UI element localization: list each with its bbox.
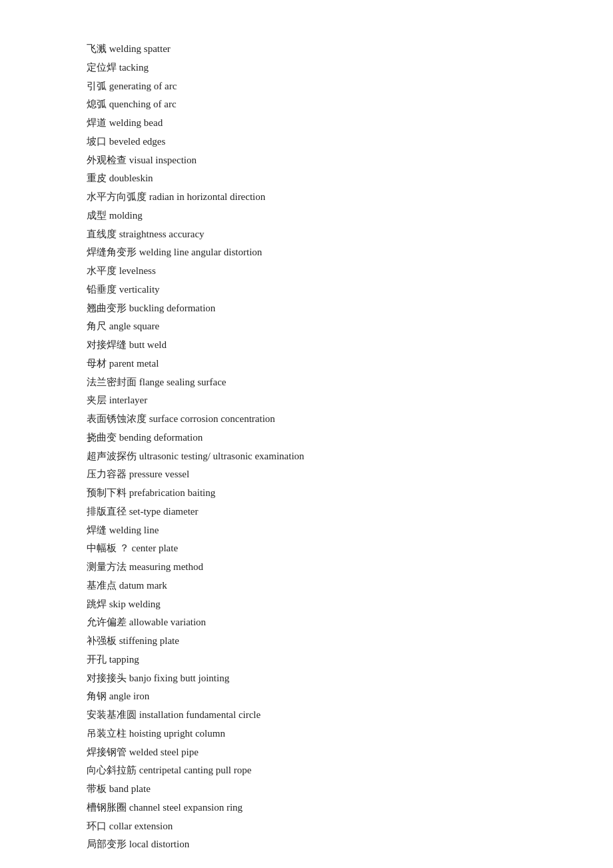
term-chinese: 槽钢胀圈 [87, 802, 127, 813]
list-item: 表面锈蚀浓度 surface corrosion concentration [87, 410, 526, 429]
term-chinese: 焊缝 [87, 525, 107, 535]
list-item: 水平方向弧度 radian in horizontal direction [87, 188, 526, 207]
term-english: pressure vessel [129, 469, 189, 479]
term-chinese: 压力容器 [87, 469, 127, 479]
term-english: welding line [109, 525, 159, 535]
list-item: 基准点 datum mark [87, 577, 526, 595]
term-english: hoisting upright column [129, 728, 225, 739]
term-chinese: 测量方法 [87, 561, 127, 572]
list-item: 开孔 tapping [87, 651, 526, 669]
term-english: tapping [109, 654, 139, 665]
list-item: 补强板 stiffening plate [87, 632, 526, 651]
list-item: 焊缝 welding line [87, 521, 526, 540]
list-item: 引弧 generating of arc [87, 77, 526, 96]
list-item: 测量方法 measuring method [87, 558, 526, 577]
list-item: 重皮 doubleskin [87, 169, 526, 188]
term-english: beveled edges [109, 136, 166, 147]
list-item: 槽钢胀圈 channel steel expansion ring [87, 799, 526, 817]
term-english: verticality [119, 284, 160, 295]
term-english: centripetal canting pull rope [139, 765, 252, 775]
list-item: 安装基准圆 installation fundamental circle [87, 706, 526, 725]
term-chinese: 焊接钢管 [87, 747, 127, 757]
term-english: buckling deformation [129, 303, 216, 313]
term-chinese: 局部变形 [87, 839, 127, 849]
term-english: collar extension [109, 821, 173, 831]
term-english: stiffening plate [119, 635, 179, 646]
list-item: 铅垂度 verticality [87, 281, 526, 299]
term-chinese: 超声波探伤 [87, 451, 137, 461]
term-chinese: 基准点 [87, 580, 117, 591]
list-item: 跳焊 skip welding [87, 595, 526, 614]
list-item: 向心斜拉筋 centripetal canting pull rope [87, 761, 526, 780]
term-english: flange sealing surface [139, 377, 227, 387]
list-item: 允许偏差 allowable variation [87, 613, 526, 632]
term-english: local distortion [129, 839, 189, 849]
list-item: 吊装立柱 hoisting upright column [87, 725, 526, 743]
list-item: 熄弧 quenching of arc [87, 95, 526, 114]
list-item: 中幅板 ？ center plate [87, 539, 526, 558]
list-item: 焊缝角变形 welding line angular distortion [87, 243, 526, 262]
term-chinese: 法兰密封面 [87, 377, 137, 387]
term-english: allowable variation [129, 617, 206, 627]
term-english: tacking [119, 62, 149, 73]
term-chinese: 对接焊缝 [87, 339, 127, 350]
term-english: butt weld [129, 339, 167, 350]
term-chinese: 铅垂度 [87, 284, 117, 295]
term-english: straightness accuracy [119, 229, 205, 239]
list-item: 排版直径 set-type diameter [87, 503, 526, 521]
term-chinese: 排版直径 [87, 506, 127, 517]
list-item: 角钢 angle iron [87, 687, 526, 706]
term-english: generating of arc [109, 81, 177, 91]
term-chinese: 飞溅 [87, 43, 107, 54]
term-chinese: 直线度 [87, 229, 117, 239]
term-english: center plate [132, 543, 179, 553]
term-english: welding line angular distortion [139, 247, 263, 257]
list-item: 压力容器 pressure vessel [87, 465, 526, 484]
term-chinese: 对接接头 [87, 673, 127, 683]
list-item: 超声波探伤 ultrasonic testing/ ultrasonic exa… [87, 447, 526, 466]
term-english: doubleskin [109, 173, 153, 183]
term-chinese: 挠曲变 [87, 432, 117, 443]
list-item: 局部变形 local distortion [87, 835, 526, 854]
list-item: 法兰密封面 flange sealing surface [87, 373, 526, 392]
term-chinese: 预制下料 [87, 487, 127, 498]
term-chinese: 吊装立柱 [87, 728, 127, 739]
term-english: installation fundamental circle [139, 709, 261, 720]
term-english: visual inspection [129, 155, 197, 165]
term-chinese: 成型 [87, 210, 107, 221]
term-english: ultrasonic testing/ ultrasonic examinati… [139, 451, 305, 461]
term-english: interlayer [109, 395, 147, 405]
list-item: 角尺 angle square [87, 317, 526, 336]
term-chinese: 焊缝角变形 [87, 247, 137, 257]
term-english: banjo fixing butt jointing [129, 673, 229, 683]
term-english: skip welding [109, 599, 161, 609]
term-english: band plate [109, 783, 151, 794]
list-item: 夹层 interlayer [87, 391, 526, 410]
term-english: molding [109, 210, 143, 221]
term-english: prefabrication baiting [129, 487, 216, 498]
term-chinese: 角钢 [87, 691, 107, 701]
list-item: 翘曲变形 buckling deformation [87, 299, 526, 318]
list-item: 预制下料 prefabrication baiting [87, 484, 526, 503]
term-english: welding bead [109, 117, 163, 128]
term-chinese: 翘曲变形 [87, 303, 127, 313]
term-chinese: 重皮 [87, 173, 107, 183]
list-item: 环口 collar extension [87, 817, 526, 836]
list-item: 带板 band plate [87, 780, 526, 799]
term-list: 飞溅 welding spatter定位焊 tacking引弧 generati… [87, 40, 526, 854]
list-item: 水平度 levelness [87, 262, 526, 281]
list-item: 直线度 straightness accuracy [87, 225, 526, 244]
list-item: 焊道 welding bead [87, 114, 526, 133]
term-chinese: 跳焊 [87, 599, 107, 609]
term-chinese: 定位焊 [87, 62, 117, 73]
list-item: 对接接头 banjo fixing butt jointing [87, 669, 526, 688]
list-item: 外观检查 visual inspection [87, 151, 526, 170]
term-chinese: 补强板 [87, 635, 117, 646]
term-chinese: 焊道 [87, 117, 107, 128]
list-item: 对接焊缝 butt weld [87, 336, 526, 355]
list-item: 成型 molding [87, 207, 526, 225]
list-item: 飞溅 welding spatter [87, 40, 526, 59]
term-chinese: 环口 [87, 821, 107, 831]
term-english: datum mark [119, 580, 167, 591]
list-item: 挠曲变 bending deformation [87, 429, 526, 447]
